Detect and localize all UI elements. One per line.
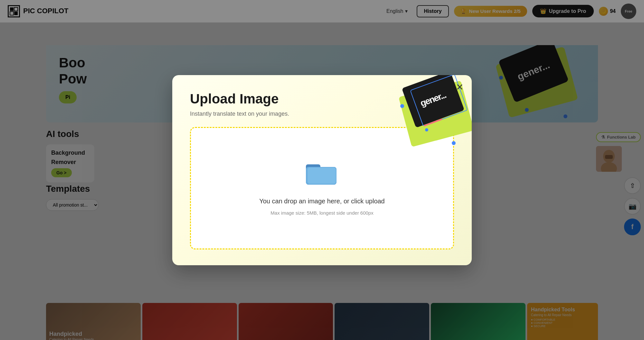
modal-title: Upload Image [190, 91, 454, 107]
drop-subtext: Max image size: 5MB, longest side under … [270, 210, 373, 216]
drop-zone[interactable]: You can drop an image here, or click upl… [190, 127, 454, 249]
modal-close-button[interactable]: ✕ [454, 82, 465, 93]
drop-text: You can drop an image here, or click upl… [259, 198, 385, 205]
folder-icon [306, 160, 338, 192]
upload-modal: gener... ✕ Upload Image Instantly transl… [172, 75, 472, 265]
modal-overlay[interactable]: gener... ✕ Upload Image Instantly transl… [0, 0, 644, 340]
modal-subtitle: Instantly translate text on your images. [190, 111, 454, 117]
illustration-line [424, 118, 442, 126]
svg-rect-11 [308, 168, 336, 184]
